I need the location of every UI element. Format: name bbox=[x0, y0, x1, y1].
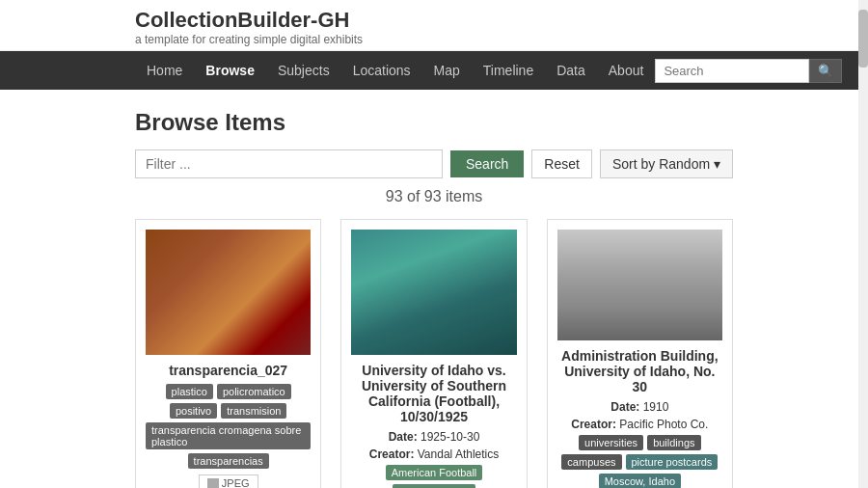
card-2-creator: Creator: Vandal Athletics bbox=[351, 447, 516, 461]
jpeg-icon-1 bbox=[207, 478, 219, 488]
card-3-image bbox=[557, 230, 722, 340]
nav-search-input[interactable] bbox=[655, 59, 809, 83]
tag-transparencias[interactable]: transparencias bbox=[188, 453, 269, 469]
card-3-creator: Creator: Pacific Photo Co. bbox=[557, 418, 722, 431]
card-3-date: Date: 1910 bbox=[557, 400, 722, 414]
badge-jpeg-1: JPEG bbox=[199, 474, 258, 488]
nav-item-home[interactable]: Home bbox=[135, 51, 194, 90]
tag-policromatico[interactable]: policromatico bbox=[217, 384, 291, 399]
nav-search-area: 🔍 bbox=[655, 59, 842, 83]
card-3: Administration Building, University of I… bbox=[547, 219, 733, 488]
site-subtitle: a template for creating simple digital e… bbox=[135, 33, 733, 46]
card-2-date: Date: 1925-10-30 bbox=[351, 430, 516, 444]
nav-item-browse[interactable]: Browse bbox=[194, 51, 266, 90]
card-1-badge: JPEG bbox=[146, 474, 311, 488]
filter-input[interactable] bbox=[135, 149, 443, 178]
card-1: transparencia_027 plastico policromatico… bbox=[135, 219, 321, 488]
navbar: Home Browse Subjects Locations Map Timel… bbox=[0, 51, 868, 90]
tag-moscow-idaho-3[interactable]: Moscow, Idaho bbox=[599, 474, 681, 488]
tag-plastico[interactable]: plastico bbox=[166, 384, 213, 399]
tag-buildings[interactable]: buildings bbox=[647, 435, 700, 450]
nav-item-subjects[interactable]: Subjects bbox=[266, 51, 341, 90]
nav-item-locations[interactable]: Locations bbox=[341, 51, 422, 90]
card-1-tags: plastico policromatico positivo transmis… bbox=[146, 384, 311, 469]
tag-moscow-idaho-2[interactable]: Moscow, Idaho bbox=[393, 484, 475, 488]
items-count: 93 of 93 items bbox=[135, 188, 733, 205]
scrollbar-thumb[interactable] bbox=[858, 10, 868, 68]
top-banner: CollectionBuilder-GH a template for crea… bbox=[0, 0, 868, 51]
card-3-title: Administration Building, University of I… bbox=[557, 348, 722, 394]
tag-universities[interactable]: universities bbox=[579, 435, 643, 450]
card-1-title: transparencia_027 bbox=[146, 363, 311, 378]
page-title: Browse Items bbox=[135, 109, 733, 136]
card-2-image bbox=[351, 230, 516, 355]
tag-positivo[interactable]: positivo bbox=[170, 403, 217, 419]
card-3-tags: universities buildings campuses picture … bbox=[557, 435, 722, 488]
scrollbar[interactable] bbox=[858, 0, 868, 488]
main-content: Browse Items Search Reset Sort by Random… bbox=[0, 90, 868, 488]
tag-campuses[interactable]: campuses bbox=[561, 454, 621, 470]
card-2-title: University of Idaho vs. University of So… bbox=[351, 363, 516, 424]
nav-links: Home Browse Subjects Locations Map Timel… bbox=[135, 51, 655, 90]
reset-button[interactable]: Reset bbox=[531, 149, 592, 178]
nav-item-timeline[interactable]: Timeline bbox=[472, 51, 545, 90]
tag-american-football[interactable]: American Football bbox=[386, 465, 483, 480]
tag-transparencia-cromogena[interactable]: transparencia cromagena sobre plastico bbox=[146, 422, 311, 449]
nav-item-data[interactable]: Data bbox=[545, 51, 597, 90]
search-button[interactable]: Search bbox=[450, 150, 524, 177]
filter-row: Search Reset Sort by Random ▾ bbox=[135, 149, 733, 178]
sort-button[interactable]: Sort by Random ▾ bbox=[600, 149, 733, 178]
nav-item-about[interactable]: About bbox=[597, 51, 656, 90]
nav-search-button[interactable]: 🔍 bbox=[809, 59, 842, 83]
tag-transmision[interactable]: transmision bbox=[221, 403, 286, 419]
card-2: University of Idaho vs. University of So… bbox=[340, 219, 527, 488]
items-grid: transparencia_027 plastico policromatico… bbox=[135, 219, 733, 488]
nav-item-map[interactable]: Map bbox=[422, 51, 472, 90]
site-title: CollectionBuilder-GH bbox=[135, 8, 733, 33]
card-2-tags: American Football Moscow, Idaho bbox=[351, 465, 516, 488]
card-1-image bbox=[146, 230, 311, 355]
tag-picture-postcards[interactable]: picture postcards bbox=[626, 454, 719, 470]
